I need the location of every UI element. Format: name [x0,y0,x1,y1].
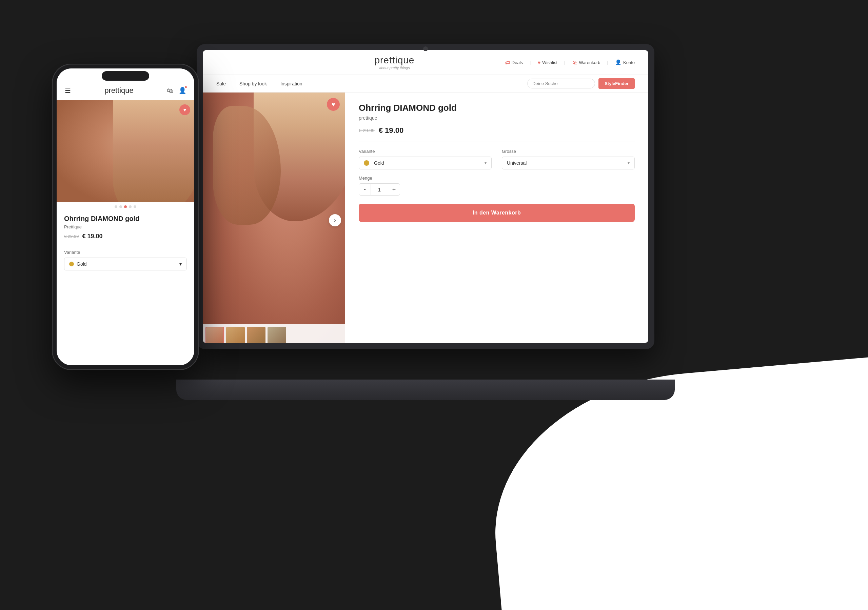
size-select[interactable]: Universal ▾ [502,156,635,169]
price-original: € 29.99 [359,128,375,133]
product-main-image: ♥ › [203,93,345,343]
phone-header-icons: 🛍 👤 [167,87,186,94]
image-dots [57,202,194,212]
quantity-plus[interactable]: + [388,183,400,195]
phone-notch [102,71,149,81]
phone-cart-icon[interactable]: 🛍 [167,87,173,94]
laptop-body: prettique about pretty things 🏷 Deals | … [197,44,654,349]
option-row: Variante Gold ▾ Grösse [359,149,635,169]
nav-shop-by-look[interactable]: Shop by look [239,81,267,87]
dot-2[interactable] [119,205,122,208]
laptop-camera [423,46,428,51]
thumbnail-2[interactable] [226,327,245,343]
nav-search: StyleFinder [527,78,635,89]
dot-1[interactable] [115,205,117,208]
dot-3[interactable] [124,205,127,208]
notification-badge [184,85,188,89]
deals-link[interactable]: 🏷 Deals [505,60,523,65]
product-brand: prettique [359,115,635,121]
phone-chevron-down-icon: ▾ [179,261,182,267]
wishlist-button[interactable]: ♥ [327,98,340,111]
laptop-mockup: prettique about pretty things 🏷 Deals | … [197,44,671,400]
phone-account-icon[interactable]: 👤 [179,87,186,94]
product-details: Ohrring DIAMOND gold prettique € 29.99 €… [345,93,648,343]
dot-4[interactable] [129,205,132,208]
wishlist-label: Wishlist [542,60,557,65]
cart-link[interactable]: 🛍 Warenkorb [572,60,600,65]
site-nav: Sale Shop by look Inspiration StyleFinde… [203,75,648,93]
phone-mockup: ☰ prettique 🛍 👤 ♥ [53,64,198,369]
wishlist-link[interactable]: ♥ Wishlist [538,60,557,65]
phone-variant-value: Gold [69,261,87,267]
site-header: prettique about pretty things 🏷 Deals | … [203,50,648,75]
phone-divider [64,245,187,245]
search-input[interactable] [527,79,595,88]
add-to-cart-button[interactable]: In den Warenkorb [359,204,635,222]
product-layout: ♥ › Ohrring DIAMOND gold prettique [203,93,648,343]
quantity-minus[interactable]: - [359,183,371,195]
phone-variant-select[interactable]: Gold ▾ [64,257,187,271]
phone-product-image: ♥ [57,100,194,202]
thumbnail-4[interactable] [268,327,286,343]
size-label: Grösse [502,149,635,154]
chevron-down-icon-2: ▾ [628,161,629,166]
nav-sale[interactable]: Sale [216,81,226,87]
phone-body: ☰ prettique 🛍 👤 ♥ [53,64,198,369]
product-image-section: ♥ › [203,93,345,343]
cart-label: Warenkorb [579,60,600,65]
logo-text: prettique [374,55,414,66]
phone-wishlist-button[interactable]: ♥ [179,104,190,115]
laptop-screen: prettique about pretty things 🏷 Deals | … [203,50,648,343]
product-price: € 29.99 € 19.00 [359,126,635,142]
account-label: Konto [623,60,635,65]
style-finder-button[interactable]: StyleFinder [598,78,635,89]
phone-price-original: € 29.99 [64,234,79,239]
chevron-down-icon: ▾ [485,161,487,166]
account-icon: 👤 [615,59,622,65]
thumbnail-3[interactable] [247,327,265,343]
menge-label: Menge [359,175,635,181]
phone-product-info: Ohrring DIAMOND gold Prettique € 29.99 €… [57,212,194,276]
sep3: | [607,60,608,65]
dot-5[interactable] [133,205,136,208]
deals-icon: 🏷 [505,60,510,65]
phone-product-price: € 29.99 € 19.00 [64,233,187,240]
quantity-value: 1 [371,183,388,195]
cart-icon: 🛍 [572,60,577,65]
site-logo: prettique about pretty things [374,55,414,70]
header-right: 🏷 Deals | ♥ Wishlist | 🛍 Warenkorb | [505,59,635,65]
quantity-control: - 1 + [359,183,635,195]
logo-tagline: about pretty things [379,66,410,70]
phone-product-brand: Prettique [64,224,187,229]
sep2: | [564,60,565,65]
variant-label: Variante [359,149,491,154]
size-group: Grösse Universal ▾ [502,149,635,169]
heart-icon: ♥ [538,60,541,65]
product-title: Ohrring DIAMOND gold [359,103,635,113]
menu-icon[interactable]: ☰ [65,87,71,94]
phone-screen: ☰ prettique 🛍 👤 ♥ [57,68,194,365]
variant-group: Variante Gold ▾ [359,149,491,169]
variant-select[interactable]: Gold ▾ [359,156,491,169]
gold-dot [364,160,369,166]
variant-value: Gold [364,160,384,166]
deals-label: Deals [512,60,523,65]
phone-gold-dot [69,262,74,266]
thumbnail-1[interactable] [206,327,224,343]
nav-inspiration[interactable]: Inspiration [281,81,302,87]
phone-price-current: € 19.00 [82,233,102,240]
account-link[interactable]: 👤 Konto [615,59,635,65]
laptop-base [176,379,675,400]
price-current: € 19.00 [379,126,403,135]
phone-product-photo [57,100,194,202]
phone-variant-label: Variante [64,250,187,255]
product-photo [203,93,345,343]
next-image-button[interactable]: › [329,214,341,226]
thumbnail-row [203,324,345,343]
phone-product-title: Ohrring DIAMOND gold [64,214,187,223]
phone-logo: prettique [104,86,133,95]
sep1: | [530,60,531,65]
